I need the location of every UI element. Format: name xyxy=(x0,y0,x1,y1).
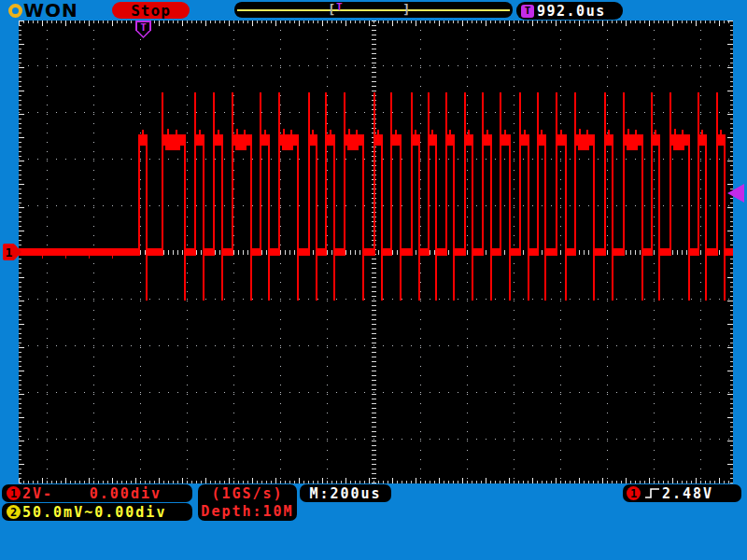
waveform-high-segment xyxy=(279,134,298,146)
waveform-falling-edge xyxy=(297,134,299,301)
waveform-noise-tick xyxy=(199,130,201,134)
waveform-noise-tick xyxy=(415,130,416,134)
window-bracket-right: ] xyxy=(402,3,410,17)
waveform-noise-tick xyxy=(486,130,488,134)
waveform-falling-edge xyxy=(544,134,546,301)
trigger-level-arrow-icon[interactable] xyxy=(727,184,744,203)
waveform-noise-fuzz xyxy=(165,146,180,150)
waveform-noise-tick xyxy=(586,130,588,134)
waveform-falling-edge xyxy=(472,134,473,301)
waveform-falling-edge xyxy=(705,134,707,301)
channel1-position-marker-tip xyxy=(15,245,21,259)
waveform-noise-tick xyxy=(560,130,562,134)
waveform-falling-edge xyxy=(362,134,364,301)
waveform-falling-edge xyxy=(381,134,383,301)
trigger-time-readout[interactable]: T 992.0us xyxy=(516,2,623,20)
waveform-noise-tick xyxy=(176,130,177,134)
waveform-rising-edge xyxy=(519,92,521,256)
run-state-button[interactable]: Stop xyxy=(112,2,190,19)
waveform-falling-edge xyxy=(612,134,613,301)
waveform-noise-tick xyxy=(348,129,350,134)
timebase-box[interactable]: M:200us xyxy=(300,484,391,502)
waveform-noise-tick xyxy=(701,130,703,134)
waveform-noise-tick xyxy=(356,130,358,134)
waveform-high-segment xyxy=(624,134,642,146)
waveform-noise-fuzz xyxy=(282,146,293,150)
waveform-falling-edge xyxy=(333,134,335,301)
waveform-rising-edge xyxy=(138,134,140,256)
waveform-rising-edge xyxy=(537,92,539,256)
ruler-top xyxy=(19,21,733,26)
waveform-falling-edge xyxy=(528,134,529,301)
waveform-falling-edge xyxy=(418,134,420,301)
run-state-label: Stop xyxy=(131,2,171,20)
waveform-rising-edge xyxy=(428,92,430,256)
owon-logo-o-icon xyxy=(8,4,22,18)
waveform-falling-edge xyxy=(250,134,252,301)
waveform-rising-edge xyxy=(278,92,280,256)
waveform-noise-tick xyxy=(244,130,246,134)
channel1-position-label: 1 xyxy=(6,245,13,259)
channel1-scale: 2V- xyxy=(22,485,53,502)
channel2-offset: 0.00div xyxy=(94,504,166,521)
waveform-rising-edge xyxy=(445,92,447,256)
rising-edge-icon xyxy=(644,486,660,500)
waveform-high-segment xyxy=(345,134,363,146)
sample-rate: (1GS/s) xyxy=(211,485,283,503)
waveform-rising-edge xyxy=(604,92,606,256)
waveform-rising-edge xyxy=(344,92,345,256)
waveform-low-segment xyxy=(147,248,162,256)
trigger-level-value: 2.48V xyxy=(662,485,713,502)
oscilloscope-ui: WON Stop [ ] T T 992.0us T 1 1 2V- 0.00d… xyxy=(0,0,747,560)
owon-logo-text: WON xyxy=(23,1,78,20)
waveform-noise-tick xyxy=(682,130,684,134)
waveform-noise-tick xyxy=(330,130,331,134)
waveform-falling-edge xyxy=(184,134,186,301)
trigger-time-value: 992.0us xyxy=(537,3,606,20)
acquisition-info-box[interactable]: (1GS/s) Depth:10M xyxy=(198,484,297,521)
channel2-scale: 50.0mV~ xyxy=(22,504,94,521)
waveform-noise-tick xyxy=(218,130,219,134)
waveform-noise-tick xyxy=(89,256,90,259)
waveform-noise-tick xyxy=(312,130,314,134)
waveform-noise-tick xyxy=(377,130,379,134)
waveform-rising-edge xyxy=(411,92,413,256)
waveform-falling-edge xyxy=(509,134,511,301)
memory-window-bar[interactable]: [ ] T xyxy=(234,2,513,18)
waveform-rising-edge xyxy=(213,92,215,256)
waveform-noise-tick xyxy=(283,129,285,134)
trigger-t-icon: T xyxy=(521,5,534,18)
waveform-noise-tick xyxy=(167,129,169,134)
waveform-noise-tick xyxy=(579,129,581,134)
trigger-position-marker[interactable]: T xyxy=(135,21,151,38)
waveform-rising-edge xyxy=(500,92,501,256)
waveform-falling-edge xyxy=(146,134,148,301)
waveform-noise-tick xyxy=(65,256,66,259)
waveform-noise-fuzz xyxy=(673,146,684,150)
waveform-low-segment xyxy=(725,248,733,256)
waveform-noise-tick xyxy=(395,130,397,134)
channel1-info-box[interactable]: 1 2V- 0.00div xyxy=(2,484,192,502)
waveform-rising-edge xyxy=(260,92,261,256)
waveform-rising-edge xyxy=(556,92,557,256)
waveform-falling-edge xyxy=(593,134,595,301)
waveform-falling-edge xyxy=(268,134,270,301)
waveform-high-segment xyxy=(162,134,185,146)
waveform-falling-edge xyxy=(688,134,690,301)
waveform-noise-fuzz xyxy=(235,146,247,150)
trigger-source-badge: 1 xyxy=(627,486,641,500)
waveform-falling-edge xyxy=(435,134,437,301)
waveform-noise-tick xyxy=(524,130,526,134)
owon-logo: WON xyxy=(8,1,78,20)
memory-depth: Depth:10M xyxy=(201,503,293,521)
window-bracket-left: [ xyxy=(328,3,335,17)
waveform-falling-edge xyxy=(221,134,223,301)
waveform-rising-edge xyxy=(574,92,576,256)
trigger-info-box[interactable]: 1 2.48V xyxy=(623,484,741,502)
channel2-info-box[interactable]: 2 50.0mV~ 0.00div xyxy=(2,503,192,521)
waveform-rising-edge xyxy=(651,92,653,256)
channel1-badge: 1 xyxy=(7,486,21,500)
channel1-position-marker[interactable]: 1 xyxy=(3,244,15,260)
waveform-falling-edge xyxy=(641,134,643,301)
waveform-low-segment xyxy=(19,248,139,256)
